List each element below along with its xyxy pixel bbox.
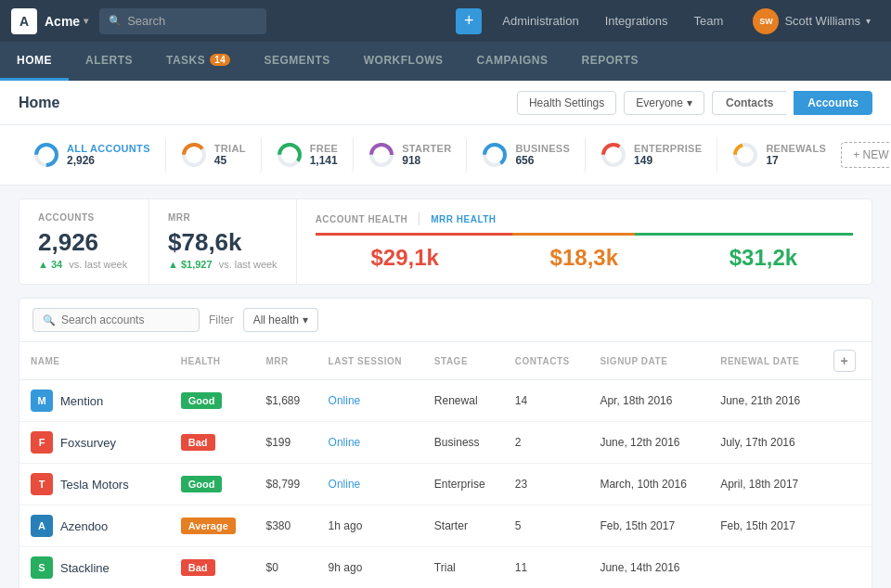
last-session: 1h ago xyxy=(317,505,423,547)
signup-date: Feb, 15th 2017 xyxy=(588,505,709,547)
stage-donut-icon xyxy=(181,142,207,168)
col-mrr: MRR xyxy=(255,342,317,380)
contacts: 2 xyxy=(504,422,589,464)
stage-count: 2,926 xyxy=(67,154,150,167)
nav-tasks[interactable]: TASKS 14 xyxy=(149,42,247,81)
stage-count: 656 xyxy=(515,154,570,167)
stage-label: TRIAL xyxy=(214,143,246,154)
stage: Enterprise xyxy=(423,464,504,505)
mrr-label: MRR xyxy=(168,212,278,223)
nav-reports[interactable]: REPORTS xyxy=(565,42,656,81)
tab-accounts[interactable]: Accounts xyxy=(794,91,872,115)
contacts: 11 xyxy=(504,547,589,589)
account-icon: M xyxy=(31,390,53,412)
table-row[interactable]: T Tesla Motors Good$8,799OnlineEnterpris… xyxy=(19,464,872,505)
col-renewal-date: RENEWAL DATE xyxy=(709,342,822,380)
stage: Renewal xyxy=(423,380,504,422)
search-accounts[interactable]: 🔍 xyxy=(32,308,200,332)
metrics-row: ACCOUNTS 2,926 ▲ 34 vs. last week MRR $7… xyxy=(19,198,872,285)
table-header: NAME HEALTH MRR LAST SESSION STAGE CONTA… xyxy=(19,342,872,380)
global-search[interactable]: 🔍 Search xyxy=(99,8,266,34)
health-value-average: $18,3k xyxy=(495,245,674,271)
search-icon-sm: 🔍 xyxy=(43,314,56,326)
nav-integrations[interactable]: Integrations xyxy=(592,0,681,42)
accounts-label: ACCOUNTS xyxy=(38,212,130,223)
mrr-change: ▲ $1,927 vs. last week xyxy=(168,259,278,270)
create-button[interactable]: + xyxy=(456,8,482,34)
stage-count: 45 xyxy=(214,154,246,167)
health-badge: Good xyxy=(181,476,223,492)
user-menu[interactable]: SW Scott Williams ▾ xyxy=(743,8,880,34)
stage-donut-icon xyxy=(732,142,758,168)
nav-workflows[interactable]: WORKFLOWS xyxy=(347,42,460,81)
stage-item[interactable]: FREE1,141 xyxy=(262,136,355,173)
account-name: Mention xyxy=(60,394,103,408)
nav-campaigns[interactable]: CAMPAIGNS xyxy=(460,42,565,81)
filter-health-select[interactable]: All health ▾ xyxy=(243,308,318,332)
stage-bar: ALL ACCOUNTS2,926TRIAL45FREE1,141STARTER… xyxy=(0,125,891,185)
last-session[interactable]: Online xyxy=(317,464,423,505)
nav-administration[interactable]: Administration xyxy=(489,0,591,42)
stage-item[interactable]: BUSINESS656 xyxy=(467,136,586,173)
nav-segments[interactable]: SEGMENTS xyxy=(247,42,346,81)
health-bar xyxy=(316,233,853,236)
table-row[interactable]: S Stackline Bad$09h agoTrial11June, 14th… xyxy=(19,547,872,589)
renewal-date: June, 21th 2016 xyxy=(709,380,822,422)
health-header: ACCOUNT HEALTH MRR HEALTH xyxy=(316,212,853,225)
renewal-date xyxy=(709,547,822,589)
contacts: 14 xyxy=(504,380,589,422)
mrr-value: $1,689 xyxy=(255,380,317,422)
stage-donut-icon xyxy=(482,142,508,168)
health-settings-button[interactable]: Health Settings xyxy=(517,91,616,115)
page-title: Home xyxy=(19,95,517,111)
signup-date: June, 14th 2016 xyxy=(588,547,709,589)
tasks-badge: 14 xyxy=(210,54,230,66)
accounts-value: 2,926 xyxy=(38,228,130,257)
health-badge: Good xyxy=(181,392,223,409)
mrr-value: $199 xyxy=(255,422,317,464)
nav-home[interactable]: HOME xyxy=(0,42,69,81)
stage-item[interactable]: TRIAL45 xyxy=(166,136,262,173)
page-header: Home Health Settings Everyone ▾ Contacts… xyxy=(0,81,891,125)
account-name: Foxsurvey xyxy=(60,436,116,450)
col-contacts: CONTACTS xyxy=(504,342,589,380)
online-link[interactable]: Online xyxy=(329,478,361,491)
filter-chevron: ▾ xyxy=(303,313,308,326)
stage-item[interactable]: ENTERPRISE149 xyxy=(586,136,717,173)
last-session: 9h ago xyxy=(317,547,423,589)
brand-chevron: ▾ xyxy=(84,16,88,26)
new-stage-button[interactable]: + NEW STAGE xyxy=(841,142,891,168)
app-logo: A xyxy=(11,8,37,34)
stage-item[interactable]: ALL ACCOUNTS2,926 xyxy=(19,136,166,173)
contacts: 5 xyxy=(504,505,589,547)
everyone-filter[interactable]: Everyone ▾ xyxy=(624,91,704,115)
stage-item[interactable]: STARTER918 xyxy=(354,136,467,173)
col-stage: STAGE xyxy=(423,342,504,380)
online-link[interactable]: Online xyxy=(329,436,361,449)
last-session[interactable]: Online xyxy=(317,422,423,464)
search-accounts-input[interactable] xyxy=(61,313,189,326)
stage-item[interactable]: RENEWALS17 xyxy=(717,136,841,173)
nav-alerts[interactable]: ALERTS xyxy=(69,42,149,81)
tab-contacts[interactable]: Contacts xyxy=(712,91,786,115)
stage-donut-icon xyxy=(368,142,394,168)
online-link[interactable]: Online xyxy=(329,394,361,407)
stage-label: FREE xyxy=(310,143,339,154)
nav-team[interactable]: Team xyxy=(681,0,737,42)
stage: Business xyxy=(423,422,504,464)
accounts-change: ▲ 34 vs. last week xyxy=(38,259,130,270)
table-row[interactable]: M Mention Good$1,689OnlineRenewal14Apr, … xyxy=(19,380,872,422)
stage-count: 918 xyxy=(402,154,451,167)
search-icon: 🔍 xyxy=(109,15,122,27)
table-row[interactable]: A Azendoo Average$3801h agoStarter5Feb, … xyxy=(19,505,872,547)
sub-nav: HOME ALERTS TASKS 14 SEGMENTS WORKFLOWS … xyxy=(0,42,891,81)
last-session[interactable]: Online xyxy=(317,380,423,422)
col-last-session: LAST SESSION xyxy=(317,342,423,380)
brand-name[interactable]: Acme ▾ xyxy=(45,14,88,29)
add-column-button[interactable]: + xyxy=(833,350,856,372)
table-row[interactable]: F Foxsurvey Bad$199OnlineBusiness2June, … xyxy=(19,422,872,464)
stage-count: 1,141 xyxy=(310,154,339,167)
mrr-value: $78,6k xyxy=(168,228,278,257)
mrr-value: $380 xyxy=(255,505,317,547)
account-name: Tesla Motors xyxy=(60,478,129,492)
